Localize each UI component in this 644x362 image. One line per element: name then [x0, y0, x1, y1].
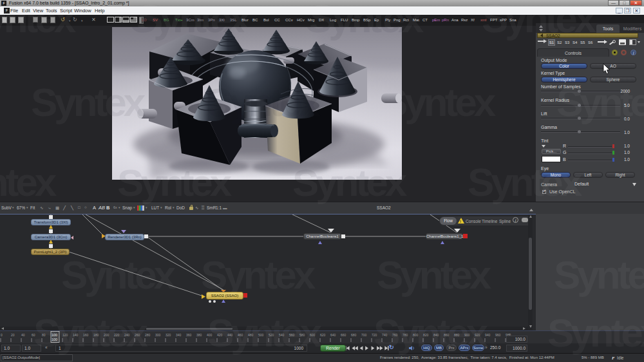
- svg-text:340: 340: [176, 333, 182, 337]
- svg-text:920: 920: [475, 333, 480, 337]
- svg-text:840: 840: [433, 333, 439, 337]
- svg-text:700: 700: [361, 333, 367, 337]
- svg-text:320: 320: [166, 333, 171, 337]
- svg-text:240: 240: [124, 333, 130, 337]
- svg-text:740: 740: [382, 333, 388, 337]
- svg-text:940: 940: [485, 333, 491, 337]
- svg-text:780: 780: [402, 333, 408, 337]
- svg-text:180: 180: [93, 333, 99, 337]
- svg-text:280: 280: [145, 333, 151, 337]
- svg-text:360: 360: [186, 333, 192, 337]
- svg-text:900: 900: [464, 333, 470, 337]
- svg-text:460: 460: [238, 333, 243, 337]
- svg-text:100: 100: [52, 338, 57, 341]
- svg-text:860: 860: [444, 333, 450, 337]
- svg-text:760: 760: [392, 333, 398, 337]
- svg-text:600: 600: [310, 333, 316, 337]
- svg-text:720: 720: [372, 333, 377, 337]
- svg-text:300: 300: [155, 333, 161, 337]
- svg-text:560: 560: [289, 333, 295, 337]
- svg-text:420: 420: [217, 333, 223, 337]
- svg-text:640: 640: [330, 333, 336, 337]
- svg-text:220: 220: [114, 333, 120, 337]
- svg-text:680: 680: [351, 333, 357, 337]
- svg-text:520: 520: [269, 333, 274, 337]
- svg-text:500: 500: [258, 333, 264, 337]
- svg-text:440: 440: [227, 333, 233, 337]
- svg-text:260: 260: [135, 333, 140, 337]
- svg-text:880: 880: [454, 333, 460, 337]
- svg-text:800: 800: [413, 333, 419, 337]
- svg-text:80: 80: [42, 333, 46, 337]
- svg-text:20: 20: [11, 333, 15, 337]
- svg-text:140: 140: [73, 333, 79, 337]
- svg-text:40: 40: [21, 333, 25, 337]
- svg-text:580: 580: [299, 333, 305, 337]
- svg-text:620: 620: [320, 333, 326, 337]
- svg-text:480: 480: [248, 333, 254, 337]
- svg-text:100: 100: [52, 333, 57, 337]
- svg-text:200: 200: [104, 333, 109, 337]
- svg-text:120: 120: [62, 333, 68, 337]
- svg-text:0: 0: [1, 333, 3, 337]
- svg-text:160: 160: [83, 333, 89, 337]
- svg-text:380: 380: [196, 333, 202, 337]
- svg-text:960: 960: [495, 333, 501, 337]
- svg-text:60: 60: [32, 333, 35, 337]
- svg-text:820: 820: [423, 333, 429, 337]
- svg-text:540: 540: [279, 333, 285, 337]
- svg-text:660: 660: [341, 333, 346, 337]
- svg-text:400: 400: [207, 333, 213, 337]
